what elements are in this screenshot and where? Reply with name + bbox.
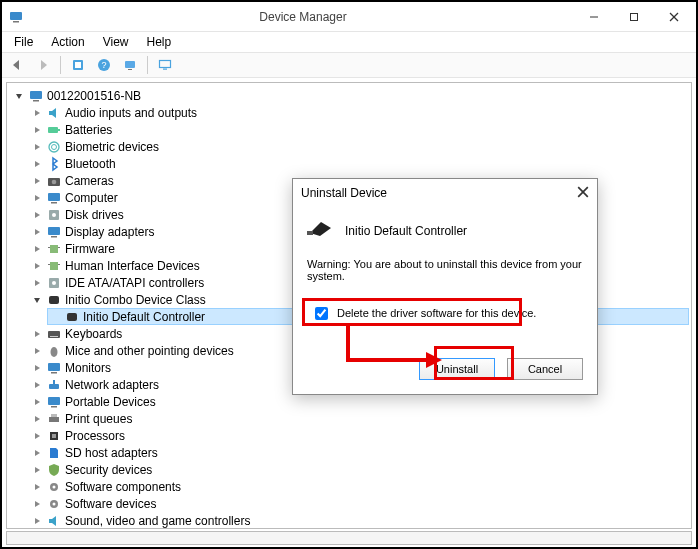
toolbar-separator xyxy=(60,56,61,74)
cpu-icon xyxy=(46,428,62,444)
tree-category[interactable]: Sound, video and game controllers xyxy=(29,512,689,529)
expand-icon[interactable] xyxy=(31,175,43,187)
tree-category[interactable]: Bluetooth xyxy=(29,155,689,172)
help-topic-button[interactable]: ? xyxy=(93,54,115,76)
delete-driver-label: Delete the driver software for this devi… xyxy=(337,307,536,319)
expand-icon[interactable] xyxy=(31,464,43,476)
tree-root-label: 00122001516-NB xyxy=(47,89,141,103)
tree-root[interactable]: 00122001516-NB xyxy=(11,87,689,104)
tree-category[interactable]: Software components xyxy=(29,478,689,495)
expand-icon[interactable] xyxy=(31,209,43,221)
forward-button[interactable] xyxy=(32,54,54,76)
maximize-button[interactable] xyxy=(614,3,654,31)
expand-icon[interactable] xyxy=(31,396,43,408)
tree-category-label: Initio Combo Device Class xyxy=(65,293,206,307)
monitor-button[interactable] xyxy=(154,54,176,76)
expand-icon[interactable] xyxy=(31,362,43,374)
show-hidden-button[interactable] xyxy=(67,54,89,76)
expand-icon[interactable] xyxy=(31,141,43,153)
svg-rect-41 xyxy=(48,363,60,371)
svg-point-18 xyxy=(49,142,59,152)
expand-icon[interactable] xyxy=(31,447,43,459)
tree-category[interactable]: Print queues xyxy=(29,410,689,427)
computer-icon xyxy=(28,88,44,104)
tree-category-label: IDE ATA/ATAPI controllers xyxy=(65,276,204,290)
fingerprint-icon xyxy=(46,139,62,155)
svg-rect-7 xyxy=(75,62,81,68)
bluetooth-icon xyxy=(46,156,62,172)
uninstall-button[interactable]: Uninstall xyxy=(419,358,495,380)
expand-icon[interactable] xyxy=(31,260,43,272)
minimize-button[interactable] xyxy=(574,3,614,31)
delete-driver-row[interactable]: Delete the driver software for this devi… xyxy=(307,302,583,324)
expand-icon[interactable] xyxy=(13,90,25,102)
expand-icon[interactable] xyxy=(31,498,43,510)
tree-category-label: Mice and other pointing devices xyxy=(65,344,234,358)
tree-category[interactable]: Software devices xyxy=(29,495,689,512)
expand-icon[interactable] xyxy=(31,345,43,357)
expand-icon[interactable] xyxy=(31,328,43,340)
disk-icon xyxy=(46,275,62,291)
svg-rect-48 xyxy=(51,414,57,417)
tree-category[interactable]: Security devices xyxy=(29,461,689,478)
close-button[interactable] xyxy=(654,3,694,31)
expand-icon[interactable] xyxy=(31,277,43,289)
tree-category-label: Monitors xyxy=(65,361,111,375)
tree-category[interactable]: SD host adapters xyxy=(29,444,689,461)
tree-category[interactable]: Portable Devices xyxy=(29,393,689,410)
expand-icon[interactable] xyxy=(31,515,43,527)
scan-button[interactable] xyxy=(119,54,141,76)
menu-action[interactable]: Action xyxy=(43,33,92,51)
controller-icon xyxy=(64,309,80,325)
tree-category-label: Batteries xyxy=(65,123,112,137)
mouse-icon xyxy=(46,343,62,359)
menu-view[interactable]: View xyxy=(95,33,137,51)
svg-rect-46 xyxy=(51,406,57,408)
cancel-button[interactable]: Cancel xyxy=(507,358,583,380)
menu-help[interactable]: Help xyxy=(139,33,180,51)
tree-category-label: Print queues xyxy=(65,412,132,426)
expand-icon[interactable] xyxy=(31,124,43,136)
uninstall-dialog: Uninstall Device Initio Default Controll… xyxy=(292,178,598,395)
expand-icon[interactable] xyxy=(31,243,43,255)
monitor-icon xyxy=(46,224,62,240)
svg-point-19 xyxy=(52,144,57,149)
svg-point-40 xyxy=(51,347,58,357)
tree-category[interactable]: Processors xyxy=(29,427,689,444)
expand-icon[interactable] xyxy=(31,226,43,238)
expand-icon[interactable] xyxy=(31,107,43,119)
chip-icon xyxy=(46,241,62,257)
tree-category-label: SD host adapters xyxy=(65,446,158,460)
svg-rect-10 xyxy=(125,61,135,68)
svg-rect-62 xyxy=(307,231,313,235)
tree-category-label: Disk drives xyxy=(65,208,124,222)
tree-category-label: Firmware xyxy=(65,242,115,256)
tree-category[interactable]: Biometric devices xyxy=(29,138,689,155)
expand-icon[interactable] xyxy=(31,430,43,442)
svg-rect-47 xyxy=(49,417,59,422)
sd-icon xyxy=(46,445,62,461)
toolbar-separator xyxy=(147,56,148,74)
delete-driver-checkbox[interactable] xyxy=(315,307,328,320)
back-button[interactable] xyxy=(6,54,28,76)
tree-category-label: Software devices xyxy=(65,497,156,511)
expand-icon[interactable] xyxy=(31,294,43,306)
monitor-icon xyxy=(46,190,62,206)
expand-icon[interactable] xyxy=(31,192,43,204)
status-bar xyxy=(6,531,692,545)
dialog-close-button[interactable] xyxy=(577,186,589,201)
tree-category-label: Computer xyxy=(65,191,118,205)
svg-point-52 xyxy=(53,485,56,488)
expand-icon[interactable] xyxy=(31,379,43,391)
tree-category[interactable]: Batteries xyxy=(29,121,689,138)
expand-icon[interactable] xyxy=(31,481,43,493)
svg-point-54 xyxy=(53,502,56,505)
menu-file[interactable]: File xyxy=(6,33,41,51)
tree-category[interactable]: Audio inputs and outputs xyxy=(29,104,689,121)
gear-icon xyxy=(46,479,62,495)
svg-rect-1 xyxy=(13,21,19,23)
dialog-title: Uninstall Device xyxy=(301,186,577,200)
expand-icon[interactable] xyxy=(31,413,43,425)
tree-category-label: Biometric devices xyxy=(65,140,159,154)
expand-icon[interactable] xyxy=(31,158,43,170)
